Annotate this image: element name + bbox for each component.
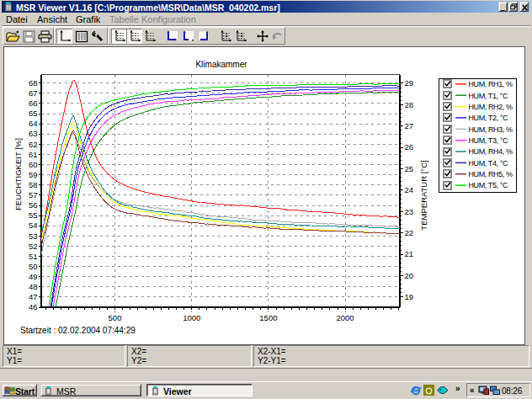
svg-text:56: 56	[29, 200, 38, 210]
svg-text:1: 1	[225, 32, 228, 38]
svg-text:HUM, T5, °C: HUM, T5, °C	[469, 181, 508, 189]
svg-text:29: 29	[405, 78, 414, 88]
svg-text:HUM, T2, °C: HUM, T2, °C	[469, 114, 508, 122]
svg-text:HUM, RH4, %: HUM, RH4, %	[469, 147, 513, 156]
svg-text:Klimakammer: Klimakammer	[195, 60, 247, 69]
svg-text:500: 500	[109, 313, 122, 322]
svg-text:58: 58	[29, 180, 38, 189]
svg-text:53: 53	[29, 231, 38, 241]
svg-text:61: 61	[29, 150, 38, 159]
svg-text:Startzeit : 02.02.2004 07:44:2: Startzeit : 02.02.2004 07:44:29	[20, 326, 136, 335]
svg-text:19: 19	[405, 292, 414, 301]
svg-text:66: 66	[29, 98, 38, 108]
svg-text:54: 54	[29, 221, 38, 230]
svg-text:59: 59	[29, 170, 38, 179]
svg-text:1500: 1500	[259, 313, 277, 322]
svg-text:HUM, T3, °C: HUM, T3, °C	[469, 136, 508, 145]
svg-text:27: 27	[405, 121, 414, 130]
svg-text:HUM, T1, °C: HUM, T1, °C	[469, 92, 508, 100]
svg-text:68: 68	[29, 78, 38, 88]
svg-text:TEMPERATUR [°C]: TEMPERATUR [°C]	[419, 160, 428, 230]
svg-text:48: 48	[29, 282, 38, 291]
svg-text:26: 26	[405, 142, 414, 152]
svg-text:60: 60	[29, 160, 38, 169]
svg-text:HUM, T4, °C: HUM, T4, °C	[469, 159, 508, 168]
svg-text:46: 46	[29, 302, 38, 311]
svg-text:HUM, RH2, %: HUM, RH2, %	[469, 103, 513, 111]
svg-text:HUM, RH1, %: HUM, RH1, %	[469, 80, 513, 88]
svg-text:1: 1	[240, 32, 243, 38]
svg-text:67: 67	[29, 88, 38, 98]
svg-text:25: 25	[405, 164, 414, 173]
svg-text:49: 49	[29, 272, 38, 281]
svg-text:23: 23	[405, 207, 414, 216]
svg-text:47: 47	[29, 292, 38, 301]
svg-text:55: 55	[29, 210, 38, 220]
svg-text:FEUCHTIGKEIT [%]: FEUCHTIGKEIT [%]	[13, 138, 23, 210]
svg-text:50: 50	[29, 262, 38, 271]
svg-text:20: 20	[405, 271, 414, 280]
svg-text:HUM, RH3, %: HUM, RH3, %	[469, 125, 513, 134]
svg-text:2000: 2000	[337, 313, 354, 322]
svg-text:65: 65	[29, 109, 38, 118]
svg-text:21: 21	[405, 249, 414, 258]
svg-text:52: 52	[29, 242, 38, 251]
svg-text:22: 22	[405, 228, 414, 237]
svg-text:HUM, RH5, %: HUM, RH5, %	[469, 170, 513, 178]
svg-text:63: 63	[29, 129, 38, 138]
svg-text:28: 28	[405, 100, 414, 109]
svg-text:51: 51	[29, 252, 38, 261]
svg-text:1000: 1000	[183, 313, 200, 322]
svg-text:24: 24	[405, 185, 414, 194]
svg-text:62: 62	[29, 140, 38, 149]
svg-text:64: 64	[29, 119, 38, 128]
svg-text:57: 57	[29, 190, 38, 200]
